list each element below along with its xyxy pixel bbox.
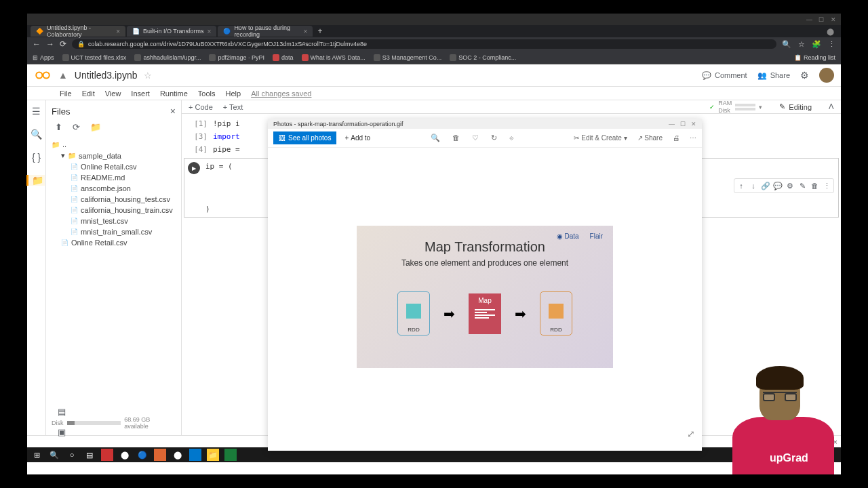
maximize-icon[interactable]: ☐ — [818, 16, 825, 23]
comment-button[interactable]: 💬 Comment — [702, 71, 747, 80]
snippets-icon[interactable]: { } — [32, 152, 41, 163]
photos-titlebar[interactable]: Photos - spark-map-transformation-operat… — [268, 119, 702, 129]
run-button[interactable]: ▶ — [188, 162, 200, 174]
bookmark-item[interactable]: data — [273, 54, 294, 61]
start-button[interactable]: ⊞ — [31, 449, 43, 461]
menu-file[interactable]: File — [60, 89, 72, 98]
comment-icon[interactable]: 💬 — [772, 180, 783, 191]
tree-folder[interactable]: ▾📁sample_data — [52, 150, 176, 161]
more-icon[interactable]: ⋯ — [690, 134, 696, 142]
search-icon[interactable]: 🔍 — [31, 129, 42, 140]
menu-insert[interactable]: Insert — [131, 89, 150, 98]
tab-colab[interactable]: 🔶Untitled3.ipynb - Colaboratory× — [31, 26, 125, 37]
edit-button[interactable]: ✂ Edit & Create ▾ — [574, 134, 627, 142]
app-icon[interactable]: ⬤ — [172, 449, 184, 461]
terminal-icon[interactable]: ▤ — [58, 407, 66, 417]
crop-icon[interactable]: ⟐ — [509, 134, 514, 142]
back-button[interactable]: ← — [33, 39, 41, 49]
reload-button[interactable]: ⟳ — [60, 39, 66, 49]
zoom-icon[interactable]: 🔍 — [782, 40, 791, 49]
explorer-icon[interactable]: 📁 — [207, 449, 219, 461]
settings-icon[interactable]: ⚙ — [800, 70, 809, 81]
files-icon[interactable]: 📁 — [26, 175, 45, 186]
close-icon[interactable]: ✕ — [691, 121, 696, 127]
collapse-icon[interactable]: ᐱ — [829, 102, 834, 111]
url-input[interactable]: 🔒colab.research.google.com/drive/1D79UuB… — [72, 39, 776, 49]
user-avatar[interactable] — [819, 68, 834, 83]
notebook-title[interactable]: Untitled3.ipynb — [75, 70, 138, 81]
editing-mode[interactable]: ✎ Editing — [779, 102, 812, 111]
new-tab-button[interactable]: + — [317, 26, 322, 36]
add-to-button[interactable]: + Add to — [344, 134, 370, 142]
add-code-button[interactable]: + Code — [189, 103, 213, 111]
tab-close-icon[interactable]: × — [116, 28, 120, 35]
tree-file[interactable]: 📄mnist_train_small.csv — [52, 226, 176, 237]
see-all-button[interactable]: 🖼 See all photos — [273, 131, 336, 144]
tree-file[interactable]: 📄Online Retail.csv — [52, 237, 176, 248]
terminal-icon[interactable]: ▣ — [58, 427, 66, 437]
share-button[interactable]: 👥 Share — [757, 71, 790, 80]
minimize-icon[interactable]: — — [806, 16, 813, 23]
apps-button[interactable]: ⊞ Apps — [33, 54, 54, 61]
cell-content[interactable]: ) — [205, 205, 233, 214]
reading-list-button[interactable]: 📋 Reading list — [794, 54, 835, 61]
maximize-icon[interactable]: ☐ — [680, 121, 686, 127]
forward-button[interactable]: → — [46, 39, 54, 49]
cell-content[interactable]: ip = ( — [205, 162, 233, 171]
tree-parent[interactable]: 📁.. — [52, 139, 176, 150]
star-button[interactable]: ☆ — [144, 70, 152, 81]
chrome-icon[interactable]: 🔵 — [136, 449, 149, 461]
close-panel-icon[interactable]: × — [170, 106, 176, 117]
tree-file[interactable]: 📄anscombe.json — [52, 183, 176, 194]
zoom-icon[interactable]: 🔍 — [431, 134, 440, 142]
delete-icon[interactable]: 🗑 — [809, 180, 820, 191]
photos-icon[interactable] — [189, 449, 201, 461]
xbox-icon[interactable]: ⬤ — [119, 449, 131, 461]
tab-search[interactable]: 🔵How to pause during recording× — [218, 26, 313, 37]
bookmark-item[interactable]: SOC 2 - Complianc... — [450, 54, 516, 61]
print-icon[interactable]: 🖨 — [673, 134, 679, 142]
share-button[interactable]: ↗ Share — [637, 134, 663, 142]
bookmark-item[interactable]: pdf2image · PyPI — [209, 54, 264, 61]
stop-record-icon[interactable]: ⬤ — [827, 28, 834, 35]
bookmark-item[interactable]: UCT tested files.xlsx — [62, 54, 127, 61]
mount-drive-icon[interactable]: 📁 — [90, 122, 101, 132]
menu-runtime[interactable]: Runtime — [160, 89, 188, 98]
minimize-icon[interactable]: — — [669, 121, 675, 127]
menu-view[interactable]: View — [105, 89, 121, 98]
tab-close-icon[interactable]: × — [304, 28, 308, 35]
star-icon[interactable]: ☆ — [798, 40, 805, 49]
more-icon[interactable]: ⋮ — [821, 180, 832, 191]
menu-tools[interactable]: Tools — [198, 89, 216, 98]
tree-file[interactable]: 📄california_housing_test.csv — [52, 194, 176, 205]
tree-file[interactable]: 📄Online Retail.csv — [52, 161, 176, 172]
bookmark-item[interactable]: S3 Management Co... — [374, 54, 442, 61]
delete-icon[interactable]: 🗑 — [452, 134, 460, 142]
rotate-icon[interactable]: ↻ — [491, 134, 497, 142]
menu-icon[interactable]: ⋮ — [828, 40, 835, 49]
tab-beam[interactable]: 📄Built-in I/O Transforms× — [127, 26, 216, 37]
upload-icon[interactable]: ⬆ — [55, 122, 62, 132]
close-icon[interactable]: ✕ — [831, 16, 837, 23]
fullscreen-icon[interactable]: ⤢ — [687, 428, 695, 439]
favorite-icon[interactable]: ♡ — [472, 134, 479, 142]
menu-edit[interactable]: Edit — [82, 89, 95, 98]
settings-icon[interactable]: ⚙ — [785, 180, 795, 191]
search-icon[interactable]: 🔍 — [48, 449, 60, 461]
app-icon[interactable] — [101, 449, 113, 461]
refresh-icon[interactable]: ⟳ — [73, 122, 80, 132]
resource-meter[interactable]: ✓ RAMDisk ▾ — [709, 100, 762, 114]
move-down-icon[interactable]: ↓ — [748, 180, 759, 191]
taskview-icon[interactable]: ▤ — [83, 449, 96, 461]
cortana-icon[interactable]: ○ — [66, 449, 78, 461]
bookmark-item[interactable]: ashhadulislam/upgr... — [134, 54, 201, 61]
move-up-icon[interactable]: ↑ — [736, 180, 747, 191]
tab-close-icon[interactable]: × — [208, 28, 212, 35]
bookmark-item[interactable]: What is AWS Data... — [302, 54, 366, 61]
tree-file[interactable]: 📄mnist_test.csv — [52, 216, 176, 226]
add-text-button[interactable]: + Text — [223, 103, 243, 111]
menu-help[interactable]: Help — [226, 89, 241, 98]
mirror-icon[interactable]: ✎ — [797, 180, 808, 191]
link-icon[interactable]: 🔗 — [760, 180, 771, 191]
tree-file[interactable]: 📄california_housing_train.csv — [52, 205, 176, 216]
